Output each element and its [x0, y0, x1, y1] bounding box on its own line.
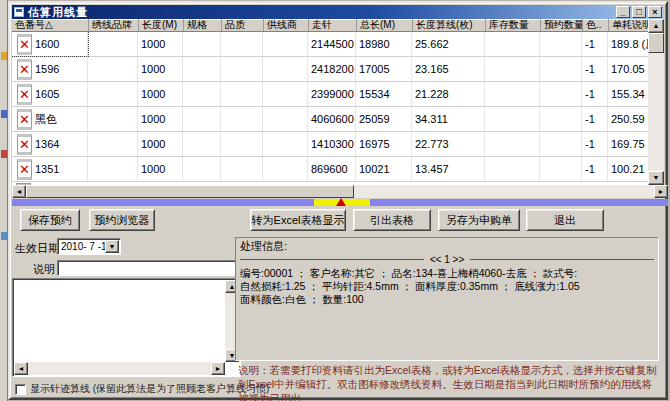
cell-color-flag[interactable]: -1: [582, 107, 608, 131]
maximize-button[interactable]: □: [632, 6, 646, 18]
cell-length[interactable]: 1000: [138, 57, 183, 81]
cell-supplier[interactable]: [263, 132, 308, 156]
table-vertical-scrollbar[interactable]: ▲ ▼: [648, 19, 664, 185]
cell-color-number[interactable]: ✕ 1351: [12, 157, 88, 181]
cell-total-length[interactable]: 10021: [356, 157, 412, 181]
cell-reserved-qty[interactable]: [540, 107, 582, 131]
cell-stitches[interactable]: 4060600: [308, 107, 356, 131]
cell-stock-qty[interactable]: [485, 157, 540, 181]
cell-unit-note[interactable]: 250.59 (原单: [608, 107, 652, 131]
thread-spool-icon[interactable]: ✕: [17, 134, 32, 155]
chevron-down-icon[interactable]: ▼: [105, 240, 119, 253]
cell-stock-qty[interactable]: [485, 32, 540, 56]
cell-length[interactable]: 1000: [138, 132, 183, 156]
cell-length-pieces[interactable]: 34.311: [412, 107, 485, 131]
thread-spool-icon[interactable]: ✕: [17, 59, 32, 80]
cell-length[interactable]: 1000: [138, 157, 183, 181]
slider-marker-icon[interactable]: [336, 198, 346, 206]
cell-quality[interactable]: [221, 57, 263, 81]
column-header-length-pieces[interactable]: 长度算线(枚): [412, 19, 485, 31]
cell-supplier[interactable]: [263, 32, 308, 56]
thread-spool-icon[interactable]: ✕: [17, 109, 32, 130]
cell-color-flag[interactable]: -1: [582, 157, 608, 181]
cell-unit-note[interactable]: 100.21 (原单: [608, 157, 652, 181]
cell-color-number[interactable]: ✕ 黑色: [12, 107, 88, 131]
cell-brand[interactable]: [88, 132, 138, 156]
cell-brand[interactable]: [88, 107, 138, 131]
column-header-total-length[interactable]: 总长(M): [356, 19, 412, 31]
cell-color-number[interactable]: ✕ 1596: [12, 57, 88, 81]
cell-spec[interactable]: [183, 132, 221, 156]
column-header-length[interactable]: 长度(M): [138, 19, 183, 31]
column-header-unit-note[interactable]: 单耗说明: [608, 19, 652, 31]
cell-unit-note[interactable]: 155.34 (原单: [608, 82, 652, 106]
table-row[interactable]: ✕ 黑色 1000 4060600 25059 34.311 -1 250.59…: [12, 107, 652, 132]
cell-stitches[interactable]: 1410300: [308, 132, 356, 156]
cell-color-flag[interactable]: -1: [582, 57, 608, 81]
scroll-right-icon[interactable]: ►: [211, 362, 225, 375]
cell-color-number[interactable]: ✕ 1605: [12, 82, 88, 106]
reservation-browser-button[interactable]: 预约浏览器: [89, 209, 155, 231]
memo-horizontal-scrollbar[interactable]: ◄ ►: [14, 362, 225, 375]
cell-color-number[interactable]: ✕ 1600: [12, 32, 88, 56]
column-header-reserved-qty[interactable]: 预约数量: [540, 19, 582, 31]
cell-unit-note[interactable]: 170.05 (原单: [608, 57, 652, 81]
column-header-stock-qty[interactable]: 库存数量: [485, 19, 540, 31]
cell-length-pieces[interactable]: 21.228: [412, 82, 485, 106]
cell-length[interactable]: 1000: [138, 82, 183, 106]
cell-total-length[interactable]: 25059: [356, 107, 412, 131]
cell-supplier[interactable]: [263, 157, 308, 181]
column-header-quality[interactable]: 品质: [221, 19, 263, 31]
cell-spec[interactable]: [183, 57, 221, 81]
stitch-calc-checkbox-row[interactable]: 显示针迹算线 (保留此算法是为了照顾老客户算线习惯): [15, 382, 269, 396]
table-horizontal-scrollbar[interactable]: ◄ ►: [12, 185, 668, 198]
cell-length-pieces[interactable]: 22.773: [412, 132, 485, 156]
cell-reserved-qty[interactable]: [540, 82, 582, 106]
column-header-color-number[interactable]: 色番号△: [12, 19, 88, 31]
thread-spool-icon[interactable]: ✕: [17, 34, 32, 55]
scroll-right-icon[interactable]: ►: [654, 185, 668, 198]
cell-stock-qty[interactable]: [485, 107, 540, 131]
title-bar[interactable]: 估算用线量 _ □ ×: [12, 5, 664, 19]
to-excel-display-button[interactable]: 转为Excel表格显示: [250, 209, 346, 231]
cell-brand[interactable]: [88, 157, 138, 181]
cell-unit-note[interactable]: 169.75 (原单: [608, 132, 652, 156]
vertical-scroll-thumb[interactable]: [648, 33, 664, 53]
table-row[interactable]: ✕ 1605 1000 2399000 15534 21.228 -1 155.…: [12, 82, 652, 107]
cell-total-length[interactable]: 17005: [356, 57, 412, 81]
cell-brand[interactable]: [88, 32, 138, 56]
scroll-left-icon[interactable]: ◄: [12, 185, 26, 198]
cell-reserved-qty[interactable]: [540, 57, 582, 81]
cell-supplier[interactable]: [263, 82, 308, 106]
progress-slider-track[interactable]: [12, 199, 668, 206]
cell-color-flag[interactable]: -1: [582, 32, 608, 56]
cell-supplier[interactable]: [263, 57, 308, 81]
table-row[interactable]: ✕ 1600 1000 2144500 18980 25.662 -1 189.…: [12, 32, 652, 57]
table-row[interactable]: ✕ 1596 1000 2418200 17005 23.165 -1 170.…: [12, 57, 652, 82]
scroll-left-icon[interactable]: ◄: [14, 362, 28, 375]
scroll-down-icon[interactable]: ▼: [648, 171, 664, 185]
column-header-stitches[interactable]: 走针: [308, 19, 356, 31]
table-row[interactable]: ✕ 1351 1000 869600 10021 13.457 -1 100.2…: [12, 157, 652, 182]
checkbox[interactable]: [15, 384, 26, 395]
cell-quality[interactable]: [221, 32, 263, 56]
cell-spec[interactable]: [183, 107, 221, 131]
effective-date-combo[interactable]: 2010- 7 -17 ▼: [57, 238, 121, 255]
cell-total-length[interactable]: 18980: [356, 32, 412, 56]
cell-stitches[interactable]: 2418200: [308, 57, 356, 81]
cell-stitches[interactable]: 869600: [308, 157, 356, 181]
cell-stock-qty[interactable]: [485, 57, 540, 81]
cell-length-pieces[interactable]: 13.457: [412, 157, 485, 181]
cell-brand[interactable]: [88, 57, 138, 81]
column-header-color[interactable]: 色..: [582, 19, 608, 31]
cell-quality[interactable]: [221, 82, 263, 106]
cell-length-pieces[interactable]: 25.662: [412, 32, 485, 56]
export-table-button[interactable]: 引出表格: [353, 209, 431, 231]
cell-reserved-qty[interactable]: [540, 32, 582, 56]
column-header-spec[interactable]: 规格: [183, 19, 221, 31]
memo-textarea[interactable]: ▲ ▼ ◄ ►: [12, 278, 241, 377]
scroll-up-icon[interactable]: ▲: [648, 19, 664, 33]
cell-length[interactable]: 1000: [138, 107, 183, 131]
cell-unit-note[interactable]: 189.8 (原单: [608, 32, 652, 56]
cell-spec[interactable]: [183, 157, 221, 181]
